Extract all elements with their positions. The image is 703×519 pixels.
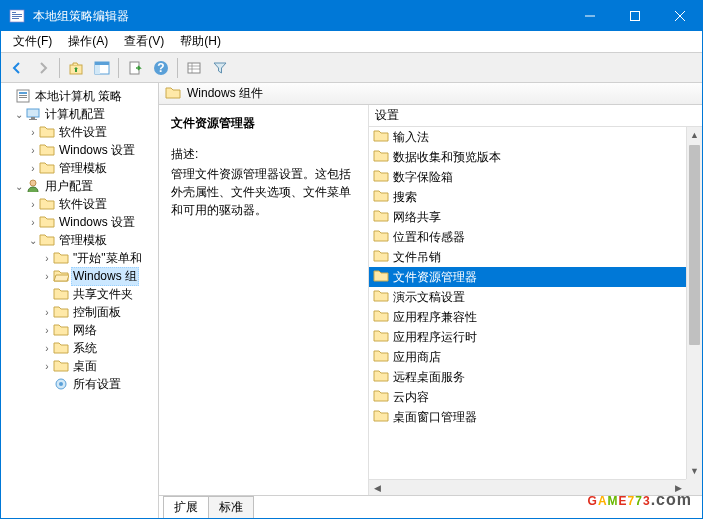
list-item[interactable]: 位置和传感器	[369, 227, 686, 247]
svg-rect-18	[27, 109, 39, 117]
tree-item[interactable]: ›Windows 设置	[3, 141, 156, 159]
folder-icon	[373, 389, 389, 405]
export-button[interactable]	[123, 56, 147, 80]
expand-icon[interactable]: ›	[41, 361, 53, 372]
show-hide-tree-button[interactable]	[90, 56, 114, 80]
expand-icon[interactable]: ›	[27, 217, 39, 228]
list-item[interactable]: 搜索	[369, 187, 686, 207]
list-item[interactable]: 数据收集和预览版本	[369, 147, 686, 167]
tree-item[interactable]: ⌄管理模板	[3, 231, 156, 249]
tree-root[interactable]: 本地计算机 策略	[3, 87, 156, 105]
svg-rect-20	[29, 119, 37, 120]
help-button[interactable]: ?	[149, 56, 173, 80]
list-item[interactable]: 云内容	[369, 387, 686, 407]
expand-icon[interactable]: ›	[41, 343, 53, 354]
tree-pane[interactable]: 本地计算机 策略 ⌄计算机配置 ›软件设置 ›Windows 设置 ›管理模板 …	[1, 83, 159, 518]
tree-item[interactable]: ›管理模板	[3, 159, 156, 177]
scroll-left-icon[interactable]: ◀	[369, 480, 385, 495]
folder-icon	[39, 214, 55, 230]
collapse-icon[interactable]: ⌄	[13, 109, 25, 120]
tree-item[interactable]: ›控制面板	[3, 303, 156, 321]
horizontal-scrollbar[interactable]: ◀ ▶	[369, 479, 686, 495]
svg-rect-9	[95, 65, 100, 74]
list-item[interactable]: 应用商店	[369, 347, 686, 367]
expand-icon[interactable]: ›	[41, 325, 53, 336]
folder-icon	[373, 309, 389, 325]
toolbar: ?	[1, 53, 702, 83]
filter-button[interactable]	[208, 56, 232, 80]
svg-rect-15	[19, 92, 27, 94]
expand-icon[interactable]: ›	[27, 199, 39, 210]
expand-icon[interactable]: ›	[27, 163, 39, 174]
maximize-button[interactable]	[612, 1, 657, 31]
tree-item[interactable]: 共享文件夹	[3, 285, 156, 303]
list-item[interactable]: 演示文稿设置	[369, 287, 686, 307]
expand-icon[interactable]: ›	[41, 307, 53, 318]
list-item[interactable]: 桌面窗口管理器	[369, 407, 686, 427]
minimize-button[interactable]	[567, 1, 612, 31]
content-title: Windows 组件	[187, 85, 263, 102]
tree-item[interactable]: 所有设置	[3, 375, 156, 393]
tree-item[interactable]: ›Windows 设置	[3, 213, 156, 231]
svg-point-21	[30, 180, 36, 186]
folder-icon	[373, 329, 389, 345]
scroll-up-icon[interactable]: ▲	[687, 127, 702, 143]
list-item[interactable]: 网络共享	[369, 207, 686, 227]
menu-help[interactable]: 帮助(H)	[172, 31, 229, 52]
toolbar-separator	[177, 58, 178, 78]
folder-icon	[53, 250, 69, 266]
expand-icon[interactable]: ›	[41, 253, 53, 264]
list-item[interactable]: 输入法	[369, 127, 686, 147]
expand-icon[interactable]: ›	[27, 127, 39, 138]
forward-button[interactable]	[31, 56, 55, 80]
tree-item[interactable]: ›软件设置	[3, 123, 156, 141]
list-item[interactable]: 文件吊销	[369, 247, 686, 267]
folder-icon	[373, 189, 389, 205]
tree-item[interactable]: ›"开始"菜单和	[3, 249, 156, 267]
scroll-down-icon[interactable]: ▼	[687, 463, 702, 479]
tree-item-windows-components[interactable]: ›Windows 组	[3, 267, 156, 285]
list-item[interactable]: 应用程序运行时	[369, 327, 686, 347]
list-item[interactable]: 文件资源管理器	[369, 267, 686, 287]
close-button[interactable]	[657, 1, 702, 31]
folder-icon	[53, 304, 69, 320]
details-button[interactable]	[182, 56, 206, 80]
description-label: 描述:	[171, 146, 356, 163]
scroll-thumb[interactable]	[689, 145, 700, 345]
collapse-icon[interactable]: ⌄	[27, 235, 39, 246]
folder-icon	[39, 232, 55, 248]
vertical-scrollbar[interactable]: ▲ ▼	[686, 127, 702, 479]
list-item-label: 文件吊销	[393, 249, 441, 266]
folder-icon	[39, 124, 55, 140]
scroll-right-icon[interactable]: ▶	[670, 480, 686, 495]
tree-item[interactable]: ›系统	[3, 339, 156, 357]
folder-icon	[373, 269, 389, 285]
menu-file[interactable]: 文件(F)	[5, 31, 60, 52]
tree-item[interactable]: ›软件设置	[3, 195, 156, 213]
tree-computer-config[interactable]: ⌄计算机配置	[3, 105, 156, 123]
list-item-label: 网络共享	[393, 209, 441, 226]
list-item[interactable]: 远程桌面服务	[369, 367, 686, 387]
menu-view[interactable]: 查看(V)	[116, 31, 172, 52]
expand-icon[interactable]: ›	[27, 145, 39, 156]
menu-action[interactable]: 操作(A)	[60, 31, 116, 52]
list-column-header[interactable]: 设置	[369, 105, 702, 127]
tree-item[interactable]: ›网络	[3, 321, 156, 339]
list-item[interactable]: 应用程序兼容性	[369, 307, 686, 327]
tree-item[interactable]: ›桌面	[3, 357, 156, 375]
tab-extended[interactable]: 扩展	[163, 496, 209, 519]
list-item-label: 文件资源管理器	[393, 269, 477, 286]
list-pane: 设置 输入法数据收集和预览版本数字保险箱搜索网络共享位置和传感器文件吊销文件资源…	[369, 105, 702, 495]
up-button[interactable]	[64, 56, 88, 80]
list-item[interactable]: 数字保险箱	[369, 167, 686, 187]
list-item-label: 应用程序运行时	[393, 329, 477, 346]
toolbar-separator	[59, 58, 60, 78]
folder-icon	[373, 369, 389, 385]
collapse-icon[interactable]: ⌄	[13, 181, 25, 192]
tree-user-config[interactable]: ⌄用户配置	[3, 177, 156, 195]
settings-icon	[53, 376, 69, 392]
tab-standard[interactable]: 标准	[208, 496, 254, 518]
back-button[interactable]	[5, 56, 29, 80]
folder-icon	[39, 196, 55, 212]
expand-icon[interactable]: ›	[41, 271, 53, 282]
